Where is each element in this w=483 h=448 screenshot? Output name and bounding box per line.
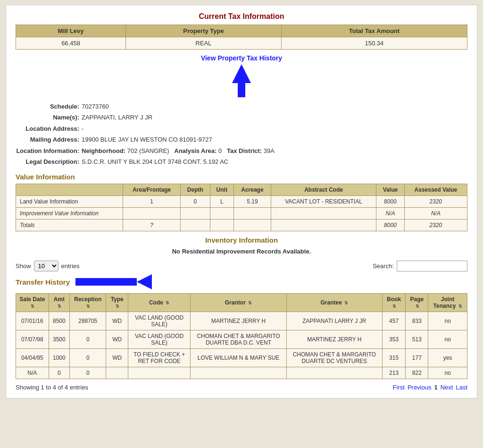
- table-row: 07/07/9835000WDVAC LAND (GOOD SALE)CHOMA…: [16, 330, 467, 349]
- showing-text: Showing 1 to 4 of 4 entries: [16, 384, 88, 391]
- reception-cell: 288705: [70, 312, 106, 330]
- taxdistrict-value: 39A: [264, 147, 275, 154]
- sort-icon: ⇅: [116, 304, 119, 309]
- pagination-links: First Previous 1 Next Last: [393, 384, 467, 391]
- th-page[interactable]: Page ⇅: [406, 294, 428, 312]
- land-value: 8000: [376, 196, 405, 208]
- saleDate-cell: 07/07/98: [16, 330, 49, 349]
- schedule-label: Schedule:: [16, 101, 82, 112]
- book-cell: 213: [382, 367, 405, 379]
- total-tax-value: 150.34: [281, 37, 467, 50]
- last-page-link[interactable]: Last: [456, 384, 467, 391]
- improvement-row-name: Improvement Value Information: [16, 208, 123, 220]
- mill-levy-value: 66.458: [16, 37, 126, 50]
- vh-assessed: Assessed Value: [404, 184, 467, 196]
- view-property-tax-history-link[interactable]: View Property Tax History: [16, 54, 467, 62]
- page-cell: 822: [406, 367, 428, 379]
- sort-icon: ⇅: [86, 304, 90, 309]
- neighborhood-value: 702 (SANGRE): [127, 147, 169, 154]
- vh-abstract: Abstract Code: [271, 184, 376, 196]
- land-acreage: 5.19: [233, 196, 271, 208]
- current-tax-section: Current Tax Information Mill Levy Proper…: [16, 12, 467, 50]
- reception-cell: 0: [70, 330, 106, 349]
- table-row: Improvement Value Information N/A N/A: [16, 208, 467, 220]
- transfer-history-table: Sale Date ⇅ Amt ⇅ Reception ⇅ Type ⇅ Cod…: [16, 293, 467, 379]
- land-assessed: 2320: [404, 196, 467, 208]
- grantee-cell: ZAPPANATI LARRY J JR: [286, 312, 382, 330]
- th-grantee[interactable]: Grantee ⇅: [286, 294, 382, 312]
- tax-header-mill-levy: Mill Levy: [16, 25, 126, 37]
- totals-unit: [210, 220, 233, 231]
- analysis-label: Analysis Area:: [175, 147, 217, 154]
- type-cell: WD: [106, 330, 128, 349]
- book-cell: 315: [382, 349, 405, 367]
- grantor-cell: [191, 367, 286, 379]
- th-reception[interactable]: Reception ⇅: [70, 294, 106, 312]
- names-label: Name(s):: [16, 112, 82, 123]
- th-book[interactable]: Book ⇅: [382, 294, 405, 312]
- improvement-area: [123, 208, 181, 220]
- entries-select[interactable]: 10 25 50 100: [34, 261, 58, 271]
- th-joint-tenancy[interactable]: Joint Tenancy ⇅: [428, 294, 467, 312]
- land-area: 1: [123, 196, 181, 208]
- amt-cell: 0: [49, 367, 69, 379]
- locinfo-label: Location Information:: [16, 145, 82, 156]
- th-amt[interactable]: Amt ⇅: [49, 294, 69, 312]
- tax-header-property-type: Property Type: [126, 25, 282, 37]
- totals-row-name: Totals: [16, 220, 123, 231]
- sort-icon: ⇅: [392, 304, 396, 309]
- next-page-link[interactable]: Next: [441, 384, 453, 391]
- previous-page-link[interactable]: Previous: [408, 384, 432, 391]
- table-row: 66.458 REAL 150.34: [16, 37, 467, 50]
- vh-value: Value: [376, 184, 405, 196]
- land-abstract: VACANT LOT - RESIDENTIAL: [271, 196, 376, 208]
- mailing-value: 19900 BLUE JAY LN WESTON CO 81091-9727: [82, 134, 467, 145]
- jointTenancy-cell: no: [428, 367, 467, 379]
- arrow-up-shaft: [238, 83, 245, 97]
- improvement-value: N/A: [376, 208, 405, 220]
- th-code[interactable]: Code ⇅: [128, 294, 190, 312]
- sort-icon: ⇅: [31, 304, 34, 309]
- search-right: Search:: [373, 261, 467, 271]
- mailing-row: Mailing Address: 19900 BLUE JAY LN WESTO…: [16, 134, 467, 145]
- grantee-cell: [286, 367, 382, 379]
- jointTenancy-cell: no: [428, 330, 467, 349]
- improvement-depth: [180, 208, 210, 220]
- entries-suffix: entries: [61, 262, 80, 270]
- schedule-value: 70273760: [82, 101, 467, 112]
- first-page-link[interactable]: First: [393, 384, 405, 391]
- taxdistrict-label: Tax District:: [227, 147, 262, 154]
- code-cell: VAC LAND (GOOD SALE): [128, 312, 190, 330]
- search-input[interactable]: [397, 261, 467, 271]
- value-info-section: Value Information Area/Frontage Depth Un…: [16, 173, 467, 231]
- vh-name: [16, 184, 123, 196]
- totals-acreage: [233, 220, 271, 231]
- th-type[interactable]: Type ⇅: [106, 294, 128, 312]
- page-cell: 833: [406, 312, 428, 330]
- table-row: 07/01/168500288705WDVAC LAND (GOOD SALE)…: [16, 312, 467, 330]
- grantee-cell: MARTINEZ JERRY H: [286, 330, 382, 349]
- pagination-row: Showing 1 to 4 of 4 entries First Previo…: [16, 384, 467, 391]
- show-entries-row: Show 10 25 50 100 entries Search:: [16, 261, 467, 271]
- location-label: Location Address:: [16, 123, 82, 134]
- legal-value: S.D.C.R. UNIT Y BLK 204 LOT 3748 CONT. 5…: [82, 156, 467, 167]
- locinfo-row: Location Information: Neighborhood: 702 …: [16, 145, 467, 156]
- table-row: Land Value Information 1 0 L 5.19 VACANT…: [16, 196, 467, 208]
- th-sale-date[interactable]: Sale Date ⇅: [16, 294, 49, 312]
- vh-depth: Depth: [180, 184, 210, 196]
- totals-depth: [180, 220, 210, 231]
- page-cell: 513: [406, 330, 428, 349]
- sort-icon: ⇅: [458, 304, 462, 309]
- sort-icon: ⇅: [248, 301, 252, 305]
- names-value: ZAPPANATI, LARRY J JR: [82, 112, 467, 123]
- property-info-block: Schedule: 70273760 Name(s): ZAPPANATI, L…: [16, 101, 467, 167]
- arrow-left-annotation: [75, 274, 152, 289]
- improvement-acreage: [233, 208, 271, 220]
- saleDate-cell: N/A: [16, 367, 49, 379]
- table-row: 04/04/9510000WDTO FIELD CHECK + RET FOR …: [16, 349, 467, 367]
- improvement-abstract: [271, 208, 376, 220]
- schedule-row: Schedule: 70273760: [16, 101, 467, 112]
- th-grantor[interactable]: Grantor ⇅: [191, 294, 286, 312]
- inventory-section: Inventory Information No Residential Imp…: [16, 236, 467, 255]
- land-depth: 0: [180, 196, 210, 208]
